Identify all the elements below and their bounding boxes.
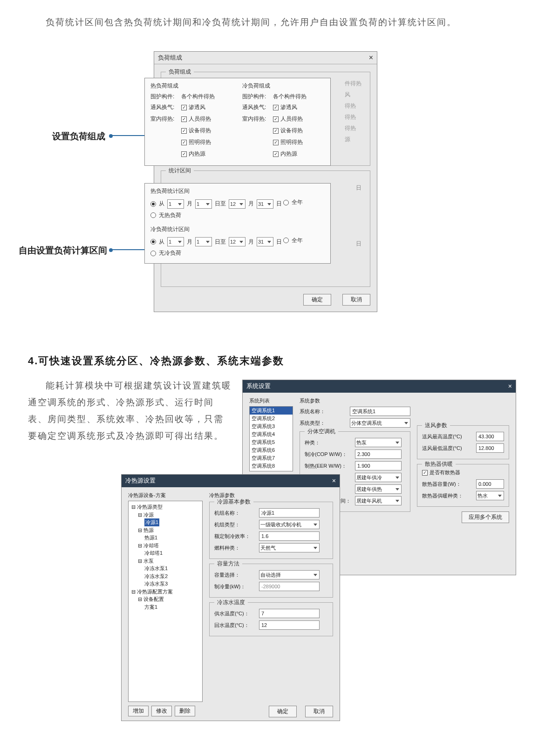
- close-icon[interactable]: ×: [332, 477, 336, 484]
- hot-m1-select[interactable]: 1: [167, 199, 184, 209]
- hot-whole-year-radio[interactable]: 全年: [283, 198, 303, 206]
- rated-input[interactable]: 1.6: [259, 531, 320, 541]
- sys-dialog-titlebar: 系统设置 ×: [243, 380, 516, 393]
- unit-name-label: 机组名称：: [214, 510, 256, 517]
- vent-check-h[interactable]: 渗透风: [181, 103, 205, 111]
- supply-t-label: 供水温度(°C)：: [214, 610, 256, 617]
- hot-d2-select[interactable]: 31: [257, 199, 273, 209]
- hot-interval-title: 热负荷统计区间: [150, 187, 325, 195]
- list-item[interactable]: 空调系统2: [250, 415, 293, 422]
- fuel-select[interactable]: 天然气: [259, 543, 320, 552]
- vent-label-c: 通风换气:: [242, 103, 270, 111]
- supply-max-input[interactable]: 43.300: [476, 432, 504, 441]
- basic-params-title: 冷源基本参数: [214, 498, 253, 506]
- rated-label: 额定制冷效率：: [214, 533, 256, 540]
- capacity-group: 容量方法 容量选择：自动选择 制冷量(kW)：-289000: [209, 564, 333, 598]
- cool-time-select[interactable]: 居建年供冷: [355, 473, 402, 482]
- bg-peek-text: 件得热 风 得热 得热 得热 源: [345, 78, 361, 145]
- hot-m2-select[interactable]: 12: [229, 199, 245, 209]
- modify-button[interactable]: 修改: [151, 706, 172, 716]
- cold-none-radio[interactable]: 无冷负荷: [150, 249, 181, 257]
- sys-type-select[interactable]: 分体空调系统: [350, 418, 410, 428]
- vent-check-c[interactable]: 渗透风: [273, 103, 297, 111]
- cold-heat-source-dialog: 冷热源设置 × 冷热源设备-方案 ⊟ 冷热源类型 ⊟ 冷源 冷源1 ⊟ 热源 热…: [121, 474, 340, 721]
- system-listbox[interactable]: 空调系统1 空调系统2 空调系统3 空调系统4 空调系统5 空调系统6 空调系统…: [249, 406, 293, 471]
- cold-from-radio[interactable]: 从 1月 1日至 12月 31日: [150, 237, 282, 246]
- cold-cancel-button[interactable]: 取消: [305, 706, 333, 717]
- hot-d1-select[interactable]: 1: [195, 199, 212, 209]
- kind-select[interactable]: 热泵: [355, 438, 402, 447]
- chw-temp-title: 冷冻水温度: [214, 599, 248, 606]
- ok-button[interactable]: 确定: [303, 294, 331, 306]
- rad-type-select[interactable]: 热水: [476, 491, 504, 500]
- list-item[interactable]: 空调系统1: [250, 407, 293, 415]
- unit-name-input[interactable]: 冷源1: [259, 508, 320, 518]
- equip-check-h[interactable]: 设备得热: [181, 127, 211, 135]
- cold-whole-year-radio[interactable]: 全年: [283, 237, 303, 245]
- add-button[interactable]: 增加: [128, 706, 149, 716]
- indoor-label-c: 室内得热:: [242, 115, 270, 123]
- delete-button[interactable]: 删除: [175, 706, 195, 716]
- source-tree[interactable]: ⊟ 冷热源类型 ⊟ 冷源 冷源1 ⊟ 热源 热源1 ⊟ 冷却塔 冷却塔1 ⊟ 水…: [128, 501, 203, 702]
- close-icon[interactable]: ×: [508, 382, 512, 390]
- rad-cap-input[interactable]: 0.000: [476, 479, 504, 489]
- list-item[interactable]: 空调系统8: [250, 462, 293, 470]
- section4-heading: 4.可快速设置系统分区、冷热源参数、系统末端参数: [28, 354, 531, 368]
- list-item[interactable]: 空调系统3: [250, 422, 293, 430]
- cap-kw-input[interactable]: -289000: [259, 582, 320, 591]
- fuel-label: 燃料种类：: [214, 545, 256, 552]
- inner-check-c[interactable]: 内热源: [273, 150, 297, 158]
- cap-sel-select[interactable]: 自动选择: [259, 570, 320, 579]
- hot-none-radio[interactable]: 无热负荷: [150, 211, 181, 219]
- dialog-title: 负荷组成: [158, 54, 182, 62]
- sys-type-label: 系统类型：: [300, 420, 347, 427]
- cold-ok-button[interactable]: 确定: [269, 706, 297, 717]
- hot-from-radio[interactable]: 从 1月 1日至 12月 31日: [150, 199, 282, 209]
- radiator-group: 散热器供暖 是否有散热器 散热器容量(W)：0.000 散热器供暖种类：热水: [417, 464, 509, 507]
- supply-min-input[interactable]: 12.800: [476, 443, 504, 453]
- close-icon[interactable]: ×: [369, 54, 373, 62]
- basic-params-group: 冷源基本参数 机组名称：冷源1 机组类型：一级吸收式制冷机 额定制冷效率：1.6…: [209, 502, 333, 559]
- dialog-titlebar: 负荷组成 ×: [154, 52, 377, 64]
- radiator-title: 散热器供暖: [422, 460, 456, 468]
- intro-paragraph: 负荷统计区间包含热负荷统计期间和冷负荷统计期间，允许用户自由设置负荷的计算统计区…: [28, 14, 531, 31]
- unit-type-select[interactable]: 一级吸收式制冷机: [259, 520, 320, 529]
- composition-overlay: 热负荷组成 围护构件:各个构件得热 通风换气:渗透风 室内得热:人员得热 设备得…: [144, 78, 331, 166]
- light-check-h[interactable]: 照明得热: [181, 138, 211, 146]
- rad-cap-label: 散热器容量(W)：: [422, 481, 473, 488]
- callout-line-2: [111, 249, 144, 250]
- kind-label: 种类：: [305, 439, 352, 446]
- inner-check-h[interactable]: 内热源: [181, 150, 205, 158]
- return-t-label: 回水温度(°C)：: [214, 622, 256, 629]
- list-item[interactable]: 空调系统6: [250, 446, 293, 454]
- sys-name-input[interactable]: 空调系统1: [350, 407, 410, 416]
- equip-check-c[interactable]: 设备得热: [273, 127, 303, 135]
- list-item[interactable]: 空调系统4: [250, 430, 293, 438]
- apply-multi-button[interactable]: 应用多个系统: [462, 511, 509, 523]
- callout-line-1: [111, 135, 144, 136]
- composition-group-title: 负荷组成: [166, 68, 194, 76]
- system-params-label: 系统参数: [300, 397, 410, 404]
- person-check-h[interactable]: 人员得热: [181, 115, 211, 123]
- cancel-button[interactable]: 取消: [342, 294, 370, 306]
- eer-input[interactable]: 1.900: [355, 461, 402, 470]
- light-check-c[interactable]: 照明得热: [273, 138, 303, 146]
- cold-m1-select[interactable]: 1: [167, 237, 184, 246]
- cold-m2-select[interactable]: 12: [229, 237, 245, 246]
- return-t-input[interactable]: 12: [259, 620, 320, 630]
- cold-composition-label: 冷负荷组成: [242, 82, 325, 90]
- chw-temp-group: 冷冻水温度 供水温度(°C)：7 回水温度(°C)：12: [209, 602, 333, 636]
- list-item[interactable]: 空调系统5: [250, 438, 293, 446]
- callout-composition-label: 设置负荷组成: [52, 130, 105, 143]
- supply-t-input[interactable]: 7: [259, 609, 320, 618]
- heat-time-select[interactable]: 居建年供热: [355, 484, 402, 494]
- has-radiator-check[interactable]: 是否有散热器: [422, 469, 460, 476]
- cold-d1-select[interactable]: 1: [195, 237, 212, 246]
- cop-input[interactable]: 2.300: [355, 450, 402, 459]
- bg-day-2: 日: [356, 240, 361, 248]
- fan-time-select[interactable]: 居建年风机: [355, 496, 402, 505]
- person-check-c[interactable]: 人员得热: [273, 115, 303, 123]
- sys-dialog-title: 系统设置: [246, 382, 271, 390]
- list-item[interactable]: 空调系统7: [250, 454, 293, 462]
- cold-d2-select[interactable]: 31: [257, 237, 273, 246]
